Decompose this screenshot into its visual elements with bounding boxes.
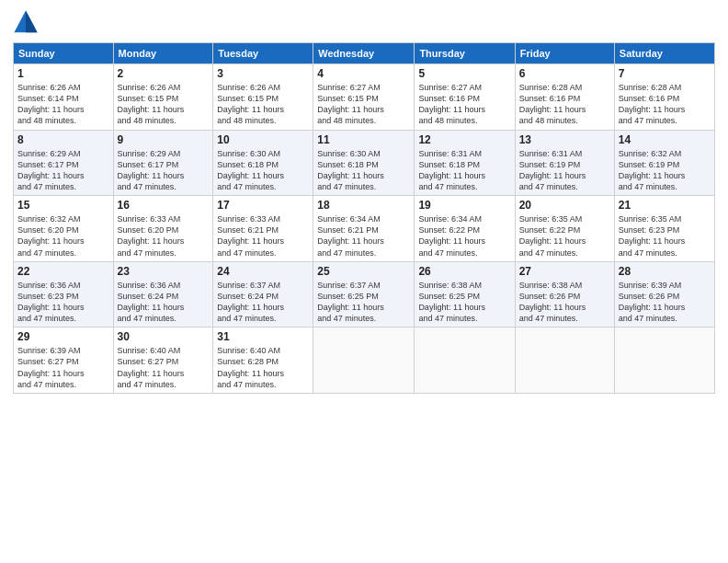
day-info: Sunrise: 6:39 AM Sunset: 6:26 PM Dayligh… [619,280,711,325]
calendar-cell: 24Sunrise: 6:37 AM Sunset: 6:24 PM Dayli… [213,261,313,327]
calendar-cell: 6Sunrise: 6:28 AM Sunset: 6:16 PM Daylig… [515,64,614,131]
day-info: Sunrise: 6:32 AM Sunset: 6:19 PM Dayligh… [619,148,711,193]
day-number: 27 [519,265,610,278]
day-number: 21 [619,199,711,212]
logo [13,9,42,35]
calendar-table: SundayMondayTuesdayWednesdayThursdayFrid… [13,42,715,394]
day-number: 12 [418,133,510,146]
calendar-day-header: Friday [515,43,614,64]
day-info: Sunrise: 6:26 AM Sunset: 6:15 PM Dayligh… [118,82,210,127]
day-number: 6 [519,67,610,80]
day-number: 5 [418,67,510,80]
calendar-cell: 18Sunrise: 6:34 AM Sunset: 6:21 PM Dayli… [313,196,415,262]
day-info: Sunrise: 6:36 AM Sunset: 6:23 PM Dayligh… [17,280,109,325]
day-number: 8 [17,133,109,146]
day-number: 31 [217,330,309,343]
calendar-cell [313,327,415,394]
day-number: 7 [619,67,711,80]
calendar-cell: 7Sunrise: 6:28 AM Sunset: 6:16 PM Daylig… [614,64,714,131]
day-number: 30 [118,330,210,343]
day-number: 9 [118,133,210,146]
day-info: Sunrise: 6:35 AM Sunset: 6:22 PM Dayligh… [519,213,610,259]
day-info: Sunrise: 6:31 AM Sunset: 6:19 PM Dayligh… [519,148,610,193]
calendar-cell: 12Sunrise: 6:31 AM Sunset: 6:18 PM Dayli… [415,130,515,196]
day-info: Sunrise: 6:34 AM Sunset: 6:21 PM Dayligh… [317,213,410,259]
day-number: 25 [317,265,410,278]
day-info: Sunrise: 6:34 AM Sunset: 6:22 PM Dayligh… [418,213,510,259]
day-info: Sunrise: 6:31 AM Sunset: 6:18 PM Dayligh… [418,148,510,193]
calendar-cell: 27Sunrise: 6:38 AM Sunset: 6:26 PM Dayli… [515,261,614,327]
day-number: 24 [217,265,309,278]
calendar-day-header: Tuesday [213,43,313,64]
calendar-day-header: Wednesday [313,43,415,64]
calendar-day-header: Thursday [415,43,515,64]
day-info: Sunrise: 6:30 AM Sunset: 6:18 PM Dayligh… [217,148,309,193]
day-info: Sunrise: 6:26 AM Sunset: 6:14 PM Dayligh… [17,82,109,127]
calendar-cell: 17Sunrise: 6:33 AM Sunset: 6:21 PM Dayli… [213,196,313,262]
calendar-cell: 31Sunrise: 6:40 AM Sunset: 6:28 PM Dayli… [213,327,313,394]
day-info: Sunrise: 6:27 AM Sunset: 6:15 PM Dayligh… [317,82,410,127]
calendar-cell: 13Sunrise: 6:31 AM Sunset: 6:19 PM Dayli… [515,130,614,196]
day-number: 22 [17,265,109,278]
calendar-week-row: 22Sunrise: 6:36 AM Sunset: 6:23 PM Dayli… [14,261,715,327]
day-number: 23 [118,265,210,278]
day-number: 2 [118,67,210,80]
calendar-cell: 14Sunrise: 6:32 AM Sunset: 6:19 PM Dayli… [614,130,714,196]
day-number: 26 [418,265,510,278]
page-header [13,9,715,35]
calendar-cell: 3Sunrise: 6:26 AM Sunset: 6:15 PM Daylig… [213,64,313,131]
day-number: 13 [519,133,610,146]
calendar-cell: 4Sunrise: 6:27 AM Sunset: 6:15 PM Daylig… [313,64,415,131]
calendar-cell: 21Sunrise: 6:35 AM Sunset: 6:23 PM Dayli… [614,196,714,262]
day-info: Sunrise: 6:32 AM Sunset: 6:20 PM Dayligh… [17,213,109,259]
calendar-cell: 8Sunrise: 6:29 AM Sunset: 6:17 PM Daylig… [14,130,114,196]
calendar-cell: 26Sunrise: 6:38 AM Sunset: 6:25 PM Dayli… [415,261,515,327]
calendar-cell: 19Sunrise: 6:34 AM Sunset: 6:22 PM Dayli… [415,196,515,262]
calendar-week-row: 29Sunrise: 6:39 AM Sunset: 6:27 PM Dayli… [14,327,715,394]
svg-marker-1 [26,10,38,32]
calendar-cell: 30Sunrise: 6:40 AM Sunset: 6:27 PM Dayli… [113,327,213,394]
calendar-cell: 1Sunrise: 6:26 AM Sunset: 6:14 PM Daylig… [14,64,114,131]
calendar-cell: 28Sunrise: 6:39 AM Sunset: 6:26 PM Dayli… [614,261,714,327]
calendar-cell: 25Sunrise: 6:37 AM Sunset: 6:25 PM Dayli… [313,261,415,327]
day-info: Sunrise: 6:26 AM Sunset: 6:15 PM Dayligh… [217,82,309,127]
day-info: Sunrise: 6:38 AM Sunset: 6:25 PM Dayligh… [418,280,510,325]
day-info: Sunrise: 6:28 AM Sunset: 6:16 PM Dayligh… [619,82,711,127]
calendar-cell: 29Sunrise: 6:39 AM Sunset: 6:27 PM Dayli… [14,327,114,394]
day-info: Sunrise: 6:30 AM Sunset: 6:18 PM Dayligh… [317,148,410,193]
day-info: Sunrise: 6:27 AM Sunset: 6:16 PM Dayligh… [418,82,510,127]
calendar-cell: 10Sunrise: 6:30 AM Sunset: 6:18 PM Dayli… [213,130,313,196]
day-number: 16 [118,199,210,212]
day-info: Sunrise: 6:29 AM Sunset: 6:17 PM Dayligh… [17,148,109,193]
day-number: 3 [217,67,309,80]
day-info: Sunrise: 6:37 AM Sunset: 6:24 PM Dayligh… [217,280,309,325]
day-info: Sunrise: 6:33 AM Sunset: 6:20 PM Dayligh… [118,213,210,259]
calendar-cell: 22Sunrise: 6:36 AM Sunset: 6:23 PM Dayli… [14,261,114,327]
calendar-cell [614,327,714,394]
day-number: 17 [217,199,309,212]
calendar-cell [515,327,614,394]
day-info: Sunrise: 6:39 AM Sunset: 6:27 PM Dayligh… [17,345,109,390]
day-info: Sunrise: 6:38 AM Sunset: 6:26 PM Dayligh… [519,280,610,325]
calendar-cell: 23Sunrise: 6:36 AM Sunset: 6:24 PM Dayli… [113,261,213,327]
calendar-cell: 11Sunrise: 6:30 AM Sunset: 6:18 PM Dayli… [313,130,415,196]
day-info: Sunrise: 6:36 AM Sunset: 6:24 PM Dayligh… [118,280,210,325]
day-info: Sunrise: 6:29 AM Sunset: 6:17 PM Dayligh… [118,148,210,193]
day-number: 15 [17,199,109,212]
day-number: 11 [317,133,410,146]
calendar-week-row: 15Sunrise: 6:32 AM Sunset: 6:20 PM Dayli… [14,196,715,262]
day-number: 10 [217,133,309,146]
day-info: Sunrise: 6:28 AM Sunset: 6:16 PM Dayligh… [519,82,610,127]
day-number: 28 [619,265,711,278]
day-number: 20 [519,199,610,212]
calendar-cell: 9Sunrise: 6:29 AM Sunset: 6:17 PM Daylig… [113,130,213,196]
calendar-cell [415,327,515,394]
day-number: 4 [317,67,410,80]
day-info: Sunrise: 6:35 AM Sunset: 6:23 PM Dayligh… [619,213,711,259]
calendar-cell: 16Sunrise: 6:33 AM Sunset: 6:20 PM Dayli… [113,196,213,262]
day-number: 19 [418,199,510,212]
calendar-day-header: Saturday [614,43,714,64]
day-number: 29 [17,330,109,343]
day-info: Sunrise: 6:40 AM Sunset: 6:27 PM Dayligh… [118,345,210,390]
day-number: 18 [317,199,410,212]
